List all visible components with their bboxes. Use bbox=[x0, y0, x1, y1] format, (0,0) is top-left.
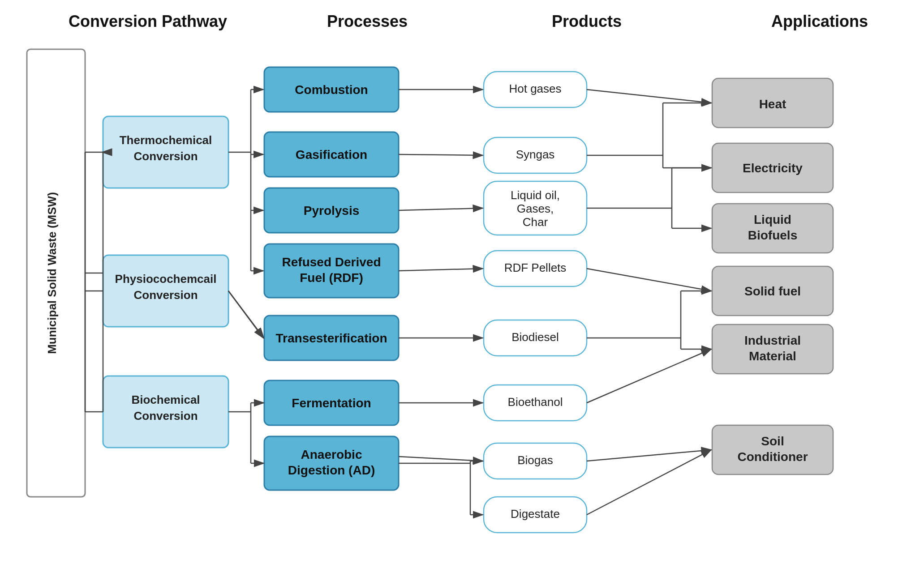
application-soilconditioner-label1: Soil bbox=[761, 434, 784, 448]
msw-label: Municipal Solid Waste (MSW) bbox=[45, 192, 59, 354]
product-liquidoil-label1: Liquid oil, bbox=[511, 188, 560, 202]
bioethanol-to-industrial bbox=[587, 349, 711, 403]
application-industrialmaterial-label2: Material bbox=[749, 349, 796, 363]
pathway-biochemical-label1: Biochemical bbox=[131, 393, 200, 406]
product-liquidoil-label2: Gases, bbox=[517, 202, 554, 215]
process-combustion-label: Combustion bbox=[295, 83, 368, 97]
product-rdfpellets-label: RDF Pellets bbox=[504, 261, 567, 274]
application-electricity-label: Electricity bbox=[743, 161, 803, 175]
product-liquidoil-label3: Char bbox=[523, 215, 548, 229]
process-ad-label2: Digestion (AD) bbox=[288, 463, 375, 477]
rdf-to-rdfpellets bbox=[399, 269, 483, 271]
process-gasification-label: Gasification bbox=[296, 148, 367, 162]
physio-transest-arrow bbox=[228, 291, 264, 338]
header-processes: Processes bbox=[327, 12, 408, 30]
process-transesterification-label: Transesterification bbox=[276, 331, 387, 345]
ad-to-biogas bbox=[399, 457, 483, 461]
application-liquidbiofuels-label1: Liquid bbox=[754, 213, 791, 226]
product-digestate-label: Digestate bbox=[511, 507, 560, 521]
process-fermentation-label: Fermentation bbox=[292, 396, 371, 410]
application-soilconditioner-label2: Conditioner bbox=[737, 450, 808, 464]
product-biodiesel-label: Biodiesel bbox=[511, 330, 559, 344]
header-conversion-pathway: Conversion Pathway bbox=[69, 12, 227, 30]
process-rdf-label2: Fuel (RDF) bbox=[300, 271, 363, 285]
application-industrialmaterial-label1: Industrial bbox=[744, 333, 801, 347]
application-heat-label: Heat bbox=[759, 97, 786, 111]
pyrolysis-to-liquidoil bbox=[399, 208, 483, 210]
pathway-physiocochemcail-label1: Physiocochemcail bbox=[115, 272, 217, 286]
application-liquidbiofuels-label2: Biofuels bbox=[748, 228, 797, 242]
header-products: Products bbox=[552, 12, 622, 30]
pathway-biochemical-label2: Conversion bbox=[133, 409, 198, 423]
product-hotgases-label: Hot gases bbox=[509, 82, 561, 95]
product-syngas-label: Syngas bbox=[516, 148, 555, 161]
process-pyrolysis-label: Pyrolysis bbox=[304, 204, 360, 218]
process-ad-label1: Anaerobic bbox=[301, 448, 362, 461]
pathway-thermochemical-label2: Conversion bbox=[133, 149, 198, 163]
header-applications: Applications bbox=[771, 12, 868, 30]
hotgases-to-heat bbox=[587, 90, 711, 103]
gasification-to-syngas bbox=[399, 154, 483, 155]
product-bioethanol-label: Bioethanol bbox=[508, 395, 563, 409]
application-solidfuel-label: Solid fuel bbox=[744, 284, 801, 298]
process-rdf-label1: Refused Derived bbox=[282, 255, 381, 269]
rdfpellets-to-solidfuel bbox=[587, 269, 711, 291]
product-biogas-label: Biogas bbox=[517, 453, 553, 467]
pathway-thermochemical-label1: Thermochemical bbox=[120, 133, 212, 147]
pathway-physiocochemcail-label2: Conversion bbox=[133, 288, 198, 302]
